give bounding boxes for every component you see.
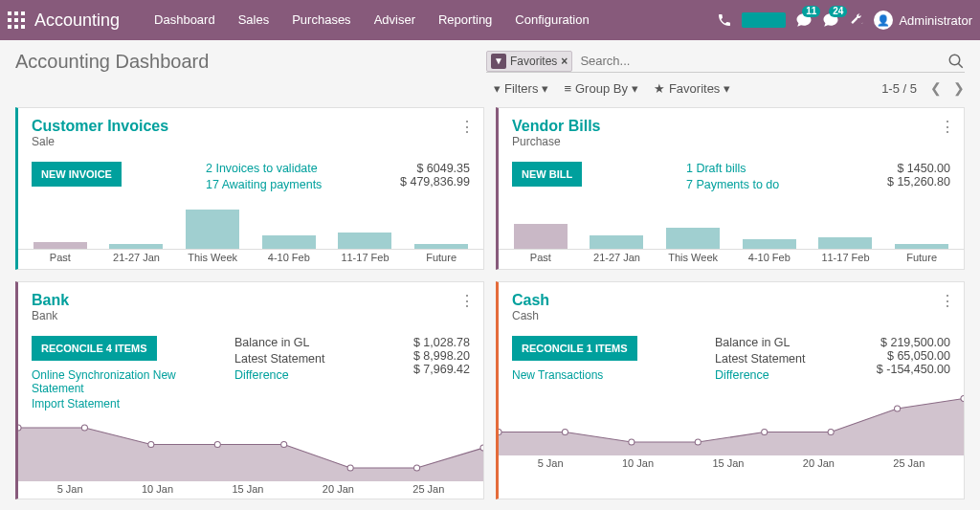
svg-rect-2 <box>21 11 25 15</box>
topbar-right: 11 24 👤 Administrator <box>717 11 972 30</box>
svg-line-10 <box>958 63 963 68</box>
stat-value: $ -154,450.00 <box>864 363 950 376</box>
status-indicator[interactable] <box>742 12 786 28</box>
app-brand: Accounting <box>34 11 120 31</box>
nav-reporting[interactable]: Reporting <box>427 0 503 40</box>
stat-value: $ 1,028.78 <box>384 336 470 349</box>
activities-icon[interactable]: 24 <box>822 11 839 29</box>
card-menu-icon[interactable]: ⋮ <box>459 118 474 136</box>
conversations-badge: 11 <box>802 6 820 17</box>
card-subtitle: Purchase <box>512 135 950 148</box>
link-online-sync[interactable]: Online Synchronization New Statement <box>32 368 223 395</box>
card-menu-icon[interactable]: ⋮ <box>459 292 474 310</box>
card-menu-icon[interactable]: ⋮ <box>940 292 954 310</box>
user-menu[interactable]: 👤 Administrator <box>874 11 972 30</box>
stat-value: $ 6049.35 <box>384 162 470 175</box>
svg-point-18 <box>480 445 483 451</box>
funnel-icon: ▾ <box>494 81 501 96</box>
link-awaiting-payments[interactable]: 17 Awaiting payments <box>206 178 322 191</box>
svg-point-15 <box>281 442 287 448</box>
svg-point-11 <box>18 425 21 431</box>
search-input[interactable] <box>572 50 947 72</box>
svg-point-16 <box>347 465 353 471</box>
svg-point-9 <box>949 55 960 65</box>
page-title: Accounting Dashboard <box>15 51 209 73</box>
top-navbar: Accounting Dashboard Sales Purchases Adv… <box>0 0 980 40</box>
phone-icon[interactable] <box>717 12 732 28</box>
subheader: Accounting Dashboard ▼ Favorites × <box>0 40 980 73</box>
chevron-down-icon: ▾ <box>724 81 730 96</box>
dashboard-grid: Customer Invoices Sale ⋮ NEW INVOICE 2 I… <box>0 107 980 499</box>
favorites-dropdown[interactable]: ★Favorites ▾ <box>654 81 730 96</box>
link-new-transactions[interactable]: New Transactions <box>512 368 703 382</box>
link-difference[interactable]: Difference <box>715 368 769 382</box>
bills-bar-labels: Past21-27 JanThis Week4-10 Feb11-17 FebF… <box>499 250 964 269</box>
card-subtitle: Sale <box>32 135 470 148</box>
link-invoices-validate[interactable]: 2 Invoices to validate <box>206 162 318 175</box>
svg-rect-7 <box>14 25 18 29</box>
reconcile-cash-button[interactable]: RECONCILE 1 ITEMS <box>512 336 637 361</box>
link-draft-bills[interactable]: 1 Draft bills <box>686 162 746 175</box>
groupby-dropdown[interactable]: ≡Group By ▾ <box>564 81 638 96</box>
debug-tools-icon[interactable] <box>849 12 864 28</box>
svg-rect-6 <box>8 25 11 29</box>
link-import-statement[interactable]: Import Statement <box>32 397 223 410</box>
user-name: Administrator <box>899 13 972 28</box>
card-subtitle: Bank <box>32 309 470 322</box>
stat-value: $ 1450.00 <box>864 162 950 175</box>
nav-sales[interactable]: Sales <box>227 0 281 40</box>
stat-label: Latest Statement <box>715 352 806 366</box>
stat-value: $ 65,050.00 <box>864 349 950 363</box>
svg-point-19 <box>499 430 501 435</box>
svg-point-23 <box>762 430 768 435</box>
cash-area-chart <box>499 388 964 455</box>
new-bill-button[interactable]: NEW BILL <box>512 162 582 187</box>
svg-point-24 <box>828 430 834 435</box>
link-difference[interactable]: Difference <box>234 368 289 382</box>
svg-rect-0 <box>8 11 11 15</box>
svg-point-12 <box>81 425 87 431</box>
bank-axis-labels: 5 Jan10 Jan15 Jan20 Jan25 Jan <box>18 481 483 499</box>
chip-remove-icon[interactable]: × <box>561 55 568 68</box>
pager-prev-icon[interactable]: ❮ <box>930 80 942 96</box>
list-icon: ≡ <box>564 81 571 96</box>
cash-axis-labels: 5 Jan10 Jan15 Jan20 Jan25 Jan <box>499 455 964 473</box>
apps-icon[interactable] <box>8 11 25 29</box>
stat-value: $ 8,998.20 <box>384 349 470 363</box>
nav-adviser[interactable]: Adviser <box>363 0 427 40</box>
stat-value: $ 7,969.42 <box>384 363 470 376</box>
search-chip-favorites[interactable]: ▼ Favorites × <box>486 51 572 72</box>
svg-point-22 <box>695 439 701 445</box>
svg-point-17 <box>414 465 420 471</box>
filters-dropdown[interactable]: ▾Filters ▾ <box>494 81 548 96</box>
card-title[interactable]: Cash <box>512 292 950 309</box>
card-title[interactable]: Bank <box>32 292 470 309</box>
svg-rect-8 <box>21 25 25 29</box>
card-bank: Bank Bank ⋮ RECONCILE 4 ITEMS Online Syn… <box>15 281 484 499</box>
controls-row: ▾Filters ▾ ≡Group By ▾ ★Favorites ▾ 1-5 … <box>0 73 980 107</box>
chevron-down-icon: ▾ <box>632 81 638 96</box>
nav-purchases[interactable]: Purchases <box>280 0 362 40</box>
card-vendor-bills: Vendor Bills Purchase ⋮ NEW BILL 1 Draft… <box>496 107 965 270</box>
search-icon[interactable] <box>947 53 965 70</box>
avatar-icon: 👤 <box>874 11 893 30</box>
new-invoice-button[interactable]: NEW INVOICE <box>32 162 122 187</box>
nav-dashboard[interactable]: Dashboard <box>143 0 227 40</box>
nav-configuration[interactable]: Configuration <box>503 0 600 40</box>
card-title[interactable]: Vendor Bills <box>512 118 950 135</box>
card-menu-icon[interactable]: ⋮ <box>940 118 954 136</box>
invoices-bar-chart <box>18 200 483 250</box>
conversations-icon[interactable]: 11 <box>795 11 813 29</box>
pager-next-icon[interactable]: ❯ <box>953 80 965 96</box>
svg-point-20 <box>562 430 568 435</box>
filter-icon: ▼ <box>491 54 506 69</box>
svg-point-26 <box>961 396 964 402</box>
card-subtitle: Cash <box>512 309 950 322</box>
chevron-down-icon: ▾ <box>542 81 548 96</box>
link-payments-todo[interactable]: 7 Payments to do <box>686 178 779 191</box>
bills-bar-chart <box>499 200 964 250</box>
reconcile-bank-button[interactable]: RECONCILE 4 ITEMS <box>32 336 157 361</box>
card-title[interactable]: Customer Invoices <box>32 118 470 135</box>
stat-label: Latest Statement <box>234 352 325 366</box>
svg-point-21 <box>629 439 635 445</box>
